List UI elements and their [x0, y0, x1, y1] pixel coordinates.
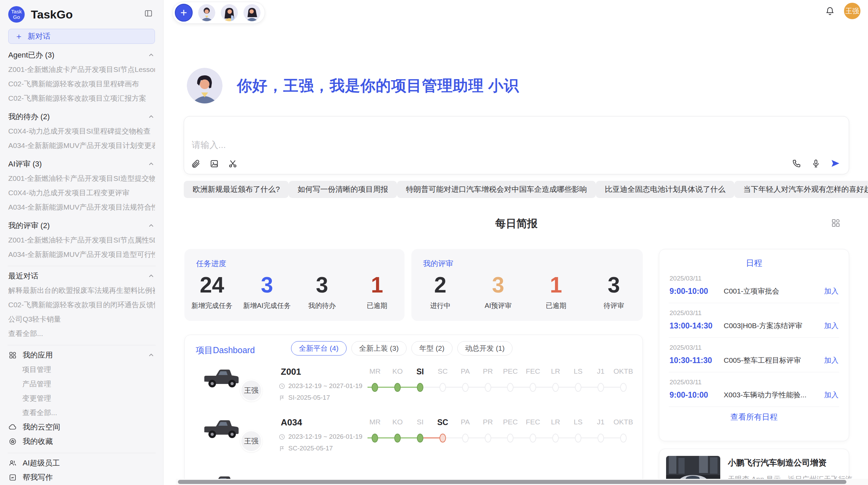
- app-item-product-mgmt[interactable]: 产品管理: [8, 377, 155, 391]
- sidebar-item-ai-staff[interactable]: AI超级员工: [8, 456, 155, 470]
- teammate-avatar[interactable]: [243, 4, 261, 21]
- milestone-label: J1: [589, 418, 612, 426]
- section-recent-chats[interactable]: 最近对话: [8, 269, 155, 283]
- suggestion-chip[interactable]: 特朗普可能对进口汽车增税会对中国车企造成哪些影响: [397, 181, 596, 198]
- join-link[interactable]: 加入: [824, 286, 839, 296]
- horizontal-scrollbar[interactable]: [176, 479, 868, 485]
- suggestion-chip[interactable]: 欧洲新规最近颁布了什么?: [184, 181, 289, 198]
- plus-icon: ＋: [15, 32, 23, 40]
- send-icon[interactable]: [830, 158, 841, 169]
- sidebar-task-item[interactable]: C02-飞腾新能源轻客改款项目立项汇报方案: [8, 91, 155, 105]
- truck-image: [201, 364, 242, 391]
- cloud-icon: [8, 423, 17, 431]
- view-all-chats-link[interactable]: 查看全部...: [8, 326, 155, 341]
- milestone-dot: [439, 383, 446, 392]
- layout-grid-icon[interactable]: [831, 218, 841, 228]
- recent-chat-item[interactable]: 公司Q3轻卡销量: [8, 312, 155, 326]
- milestone-label: OKTB: [612, 418, 635, 426]
- dashboard-title: 项目Dashboard: [196, 345, 255, 356]
- add-agent-button[interactable]: [175, 4, 193, 22]
- star-circle-icon: [8, 437, 17, 446]
- event-name: C001-立项审批会: [724, 286, 824, 296]
- view-all-apps-link[interactable]: 查看全部...: [8, 406, 155, 420]
- sidebar-collapse-icon[interactable]: [144, 9, 153, 18]
- event-time: 9:00-10:00: [670, 390, 724, 400]
- milestone-dot: [372, 434, 378, 443]
- teammate-avatar[interactable]: [198, 4, 215, 21]
- schedule-item: 2025/03/11 10:30-11:30 C005-整车工程目标评审 加入: [659, 338, 849, 372]
- project-row[interactable]: 王强 A034 2023-12-19 ~ 2026-01-19 SC-2025-…: [185, 412, 642, 464]
- sidebar-item-help-write[interactable]: 帮我写作: [8, 470, 155, 485]
- sidebar-task-item[interactable]: A034-全新新能源MUV产品开发项目法规符合性评审: [8, 200, 155, 214]
- divider: [669, 407, 839, 407]
- app-title: TaskGo: [31, 8, 73, 21]
- suggestion-chip[interactable]: 比亚迪全固态电池计划具体说了什么: [596, 181, 734, 198]
- app-item-change-mgmt[interactable]: 变更管理: [8, 391, 155, 406]
- sidebar-task-item[interactable]: Z001-全新燃油皮卡产品开发项目SI节点Lesson Learn报告: [8, 62, 155, 77]
- chevron-up-icon: [147, 351, 155, 359]
- view-all-schedule-link[interactable]: 查看所有日程: [659, 412, 849, 422]
- event-name: X003-车辆动力学性能验...: [724, 390, 824, 400]
- sidebar-task-item[interactable]: C0X4-动力总成开发项目SI里程碑提交物检查: [8, 124, 155, 138]
- greeting-text: 你好，王强，我是你的项目管理助理 小识: [237, 76, 519, 96]
- project-dates: 2023-12-19 ~ 2027-01-19: [279, 382, 362, 390]
- milestone-label: PEC: [499, 367, 522, 375]
- join-link[interactable]: 加入: [824, 356, 839, 365]
- filter-chip[interactable]: 全新上装 (3): [351, 341, 407, 356]
- main-area: 王强 你好，王强，我是你的项目管理助理 小识 请输入...: [164, 0, 868, 485]
- truck-image: [201, 415, 242, 442]
- sidebar-item-cloud-space[interactable]: 我的云空间: [8, 420, 155, 434]
- paperclip-icon[interactable]: [191, 159, 201, 169]
- project-code: A034: [281, 417, 302, 428]
- new-chat-button[interactable]: ＋ 新对话: [8, 29, 155, 44]
- sidebar-task-item[interactable]: C02-飞腾新能源轻客改款项目里程碑画布: [8, 77, 155, 91]
- scissors-icon[interactable]: [228, 159, 238, 169]
- sidebar-item-favorites[interactable]: 我的收藏: [8, 434, 155, 449]
- dashboard-filters: 全新平台 (4) 全新上装 (3) 年型 (2) 动总开发 (1): [291, 341, 513, 356]
- phone-icon[interactable]: [792, 159, 801, 168]
- milestone-label: LS: [567, 418, 590, 426]
- milestone-dot: [485, 434, 491, 443]
- notification-bell-icon[interactable]: [825, 6, 835, 16]
- milestone-dot: [530, 434, 536, 443]
- sidebar-task-item[interactable]: Z001-全新燃油轻卡产品开发项目SI节点属性5D文件评审: [8, 233, 155, 247]
- mic-icon[interactable]: [811, 159, 821, 168]
- milestone-dot: [507, 434, 514, 443]
- recent-chat-item[interactable]: 解释最新出台的欧盟报废车法规再生塑料比例被调至15%...: [8, 283, 155, 298]
- milestone-label: FEC: [522, 367, 544, 375]
- sidebar-task-item[interactable]: Z001-全新燃油轻卡产品开发项目SI造型提交物评审: [8, 171, 155, 186]
- filter-chip[interactable]: 年型 (2): [411, 341, 453, 356]
- scrollbar-thumb[interactable]: [178, 480, 846, 484]
- recent-chat-item[interactable]: C02-飞腾新能源轻客改款项目的闭环通告反馈情况: [8, 298, 155, 312]
- daily-briefing-header: 每日简报: [184, 216, 849, 232]
- suggestion-chip[interactable]: 当下年轻人对汽车外观有怎样的喜好趋势: [734, 181, 868, 198]
- section-agent-done[interactable]: Agent已办 (3): [8, 48, 155, 62]
- image-icon[interactable]: [209, 159, 219, 169]
- section-ai-review[interactable]: AI评审 (3): [8, 157, 155, 171]
- sidebar-header: Task Go TaskGo: [8, 3, 155, 25]
- project-row[interactable]: 王强 Z001 2023-12-19 ~ 2027-01-19 SI-2025-…: [185, 362, 642, 413]
- sidebar-task-item[interactable]: A034-全新新能源MUV产品开发项目造型可行性评审: [8, 247, 155, 262]
- filter-chip[interactable]: 全新平台 (4): [291, 341, 347, 356]
- join-link[interactable]: 加入: [824, 321, 839, 331]
- teammate-avatar[interactable]: [221, 4, 238, 21]
- event-time: 9:00-10:00: [670, 287, 724, 296]
- sidebar-item-my-apps[interactable]: 我的应用: [8, 348, 155, 362]
- section-my-todo[interactable]: 我的待办 (2): [8, 110, 155, 124]
- task-progress-card: 任务进度 24 新增完成任务 3 新增AI完成任务 3 我的待办 1 已逾期: [184, 249, 405, 321]
- sidebar-task-item[interactable]: A034-全新新能源MUV产品开发项目计划变更表编写: [8, 138, 155, 153]
- milestone-dot: [620, 383, 627, 392]
- schedule-item: 2025/03/11 13:00-14:30 C003|H0B-方案冻结评审 加…: [659, 303, 849, 337]
- chat-input[interactable]: 请输入...: [192, 139, 226, 151]
- app-item-project-mgmt[interactable]: 项目管理: [8, 362, 155, 377]
- sidebar-task-item[interactable]: C0X4-动力总成开发项目工程变更评审: [8, 186, 155, 200]
- logo-text-top: Task: [11, 9, 22, 14]
- chevron-up-icon: [147, 160, 155, 168]
- section-my-review[interactable]: 我的评审 (2): [8, 219, 155, 233]
- join-link[interactable]: 加入: [824, 390, 839, 400]
- suggestion-chip[interactable]: 如何写一份清晰的项目周报: [289, 181, 397, 198]
- user-avatar[interactable]: 王强: [844, 3, 860, 19]
- filter-chip[interactable]: 动总开发 (1): [457, 341, 513, 356]
- milestone-dot: [462, 434, 469, 443]
- milestone-dot: [598, 383, 604, 392]
